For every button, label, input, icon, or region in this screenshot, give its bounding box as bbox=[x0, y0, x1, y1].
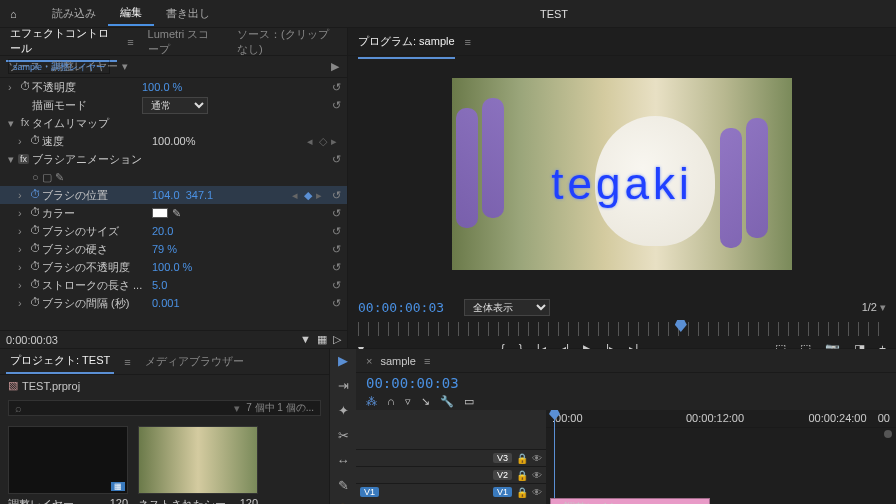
filter-icon[interactable]: ▼ bbox=[300, 333, 311, 346]
project-search[interactable]: ⌕ ▾ 7 個中 1 個の... bbox=[8, 400, 321, 416]
stopwatch-icon[interactable]: ⏱ bbox=[28, 188, 42, 202]
eyedropper-icon[interactable]: ✎ bbox=[172, 207, 181, 220]
scroll-handle[interactable] bbox=[884, 430, 892, 438]
fx-badge[interactable]: fx bbox=[18, 154, 29, 164]
tab-source[interactable]: ソース：(クリップなし) bbox=[233, 23, 341, 61]
kf-prev-icon[interactable]: ◂ bbox=[292, 189, 302, 202]
snap-icon[interactable]: ⁂ bbox=[366, 395, 377, 408]
track-v3[interactable]: V3 bbox=[493, 453, 512, 463]
link-icon[interactable]: ∩ bbox=[387, 395, 395, 408]
kf-next-icon[interactable]: ▸ bbox=[316, 189, 326, 202]
brush-pos-y[interactable]: 347.1 bbox=[186, 189, 214, 201]
twirl[interactable]: › bbox=[18, 261, 28, 273]
twirl[interactable]: › bbox=[18, 279, 28, 291]
selection-tool-icon[interactable]: ▶ bbox=[338, 353, 348, 368]
resolution-select[interactable]: 1/2 ▾ bbox=[862, 301, 886, 314]
tab-media-browser[interactable]: メディアブラウザー bbox=[141, 350, 248, 373]
twirl[interactable]: ▾ bbox=[8, 117, 18, 130]
reset-icon[interactable]: ↺ bbox=[332, 261, 341, 274]
timeline-ruler[interactable]: :00:00 00:00:12:00 00:00:24:00 00 bbox=[546, 410, 896, 428]
lock-icon[interactable]: 🔒 bbox=[516, 453, 528, 464]
stopwatch-icon[interactable]: ⏱ bbox=[28, 224, 42, 238]
track-select-tool-icon[interactable]: ⇥ bbox=[338, 378, 349, 393]
twirl[interactable]: › bbox=[18, 135, 28, 147]
track-v2[interactable]: V2 bbox=[493, 470, 512, 480]
tab-lumetri[interactable]: Lumetri スコープ bbox=[144, 23, 223, 61]
pen-tool-icon[interactable]: ✎ bbox=[338, 478, 349, 493]
reset-icon[interactable]: ↺ bbox=[332, 225, 341, 238]
reset-icon[interactable]: ↺ bbox=[332, 189, 341, 202]
timeline-icon[interactable]: ▦ bbox=[317, 333, 327, 346]
brush-size-value[interactable]: 20.0 bbox=[152, 225, 222, 237]
stopwatch-icon[interactable]: ⏱ bbox=[28, 260, 42, 274]
lock-icon[interactable]: 🔒 bbox=[516, 470, 528, 481]
twirl[interactable]: › bbox=[18, 243, 28, 255]
mask-rect-icon[interactable]: ▢ bbox=[42, 171, 52, 184]
stopwatch-icon[interactable]: ⏱ bbox=[28, 296, 42, 310]
kf-add-icon[interactable]: ◆ bbox=[304, 189, 314, 202]
program-timecode[interactable]: 00:00:00:03 bbox=[358, 300, 444, 315]
ec-clip-label[interactable]: sample・調整レイヤー bbox=[8, 59, 110, 74]
timeline-playhead[interactable] bbox=[554, 410, 555, 504]
stopwatch-icon[interactable]: ⏱ bbox=[28, 242, 42, 256]
panel-menu-icon[interactable]: ≡ bbox=[127, 36, 133, 48]
kf-next-icon[interactable]: ▸ bbox=[331, 135, 341, 148]
razor-tool-icon[interactable]: ✂ bbox=[338, 428, 349, 443]
stopwatch-icon[interactable]: ⏱ bbox=[28, 134, 42, 148]
ripple-tool-icon[interactable]: ✦ bbox=[338, 403, 349, 418]
panel-menu-icon[interactable]: ≡ bbox=[124, 356, 130, 368]
twirl[interactable]: › bbox=[18, 297, 28, 309]
stroke-len-value[interactable]: 5.0 bbox=[152, 279, 222, 291]
reset-icon[interactable]: ↺ bbox=[332, 243, 341, 256]
brush-gap-value[interactable]: 0.001 bbox=[152, 297, 222, 309]
fx-icon[interactable]: fx bbox=[18, 116, 32, 130]
sequence-tab[interactable]: sample bbox=[380, 355, 415, 367]
color-swatch[interactable] bbox=[152, 208, 168, 218]
twirl[interactable]: › bbox=[18, 207, 28, 219]
twirl[interactable]: › bbox=[8, 81, 18, 93]
track-area[interactable]: :00:00 00:00:12:00 00:00:24:00 00 fx 調整レ… bbox=[546, 410, 896, 504]
lock-icon[interactable]: 🔒 bbox=[516, 487, 528, 498]
reset-icon[interactable]: ↺ bbox=[332, 279, 341, 292]
ec-timecode[interactable]: 0:00:00:03 bbox=[6, 334, 58, 346]
reset-icon[interactable]: ↺ bbox=[332, 99, 341, 112]
reset-icon[interactable]: ↺ bbox=[332, 153, 341, 166]
twirl[interactable]: › bbox=[18, 189, 28, 201]
opacity-value[interactable]: 100.0 % bbox=[142, 81, 212, 93]
reset-icon[interactable]: ↺ bbox=[332, 297, 341, 310]
timeline-timecode[interactable]: 00:00:00:03 bbox=[356, 373, 896, 393]
kf-prev-icon[interactable]: ◂ bbox=[307, 135, 317, 148]
program-ruler[interactable] bbox=[358, 322, 886, 336]
stopwatch-icon[interactable]: ⏱ bbox=[18, 80, 32, 94]
eye-icon[interactable]: 👁 bbox=[532, 487, 542, 498]
twirl[interactable]: ▾ bbox=[8, 153, 18, 166]
stopwatch-icon[interactable]: ⏱ bbox=[28, 206, 42, 220]
play-icon[interactable]: ▷ bbox=[333, 333, 341, 346]
panel-menu-icon[interactable]: ≡ bbox=[465, 36, 471, 48]
brush-hard-value[interactable]: 79 % bbox=[152, 243, 222, 255]
slip-tool-icon[interactable]: ↔ bbox=[337, 453, 350, 468]
marker-icon[interactable]: ▿ bbox=[405, 395, 411, 408]
wrench-icon[interactable]: 🔧 bbox=[440, 395, 454, 408]
mask-circle-icon[interactable]: ○ bbox=[32, 171, 39, 183]
src-v1[interactable]: V1 bbox=[360, 487, 379, 497]
bin-item[interactable]: ▦ 調整レイヤー120 bbox=[8, 426, 128, 504]
search-input[interactable] bbox=[22, 403, 234, 414]
panel-menu-icon[interactable]: ≡ bbox=[424, 355, 430, 367]
track-v1[interactable]: V1 bbox=[493, 487, 512, 497]
mask-pen-icon[interactable]: ✎ bbox=[55, 171, 64, 184]
filter-icon[interactable]: ▾ bbox=[234, 402, 240, 415]
tab-program[interactable]: プログラム: sample bbox=[358, 30, 455, 53]
bin-item[interactable]: ネストされたシーケ...120 bbox=[138, 426, 258, 504]
brush-pos-x[interactable]: 104.0 bbox=[152, 189, 180, 201]
twirl[interactable]: › bbox=[18, 225, 28, 237]
eye-icon[interactable]: 👁 bbox=[532, 453, 542, 464]
ec-play-icon[interactable]: ▶ bbox=[331, 60, 339, 73]
reset-icon[interactable]: ↺ bbox=[332, 81, 341, 94]
eye-icon[interactable]: 👁 bbox=[532, 470, 542, 481]
ec-src-twirl[interactable]: ▾ bbox=[122, 60, 132, 73]
zoom-select[interactable]: 全体表示 bbox=[464, 299, 550, 316]
blend-mode-select[interactable]: 通常 bbox=[142, 97, 208, 114]
brush-op-value[interactable]: 100.0 % bbox=[152, 261, 222, 273]
playhead-icon[interactable] bbox=[675, 320, 687, 332]
